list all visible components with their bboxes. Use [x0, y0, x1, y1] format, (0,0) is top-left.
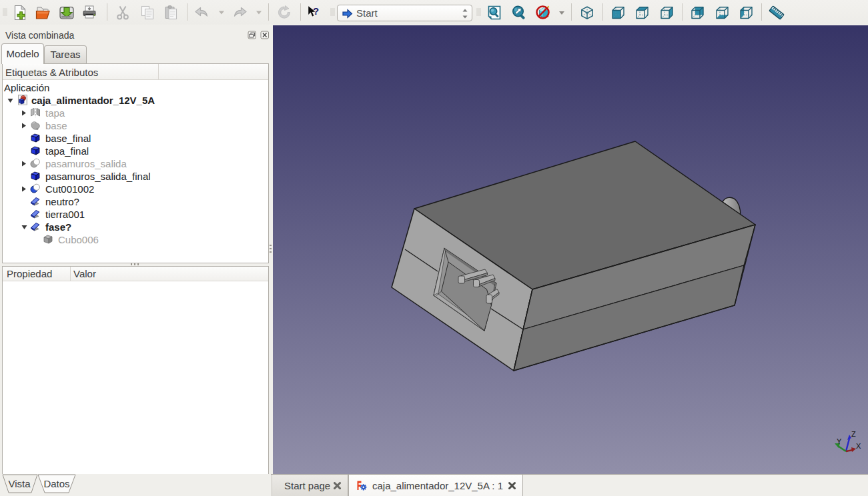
svg-text:?: ? [313, 5, 319, 17]
svg-text:Vista: Vista [8, 478, 31, 489]
svg-text:Datos: Datos [43, 478, 69, 489]
svg-text:Y: Y [837, 437, 842, 445]
svg-text:X: X [856, 442, 861, 450]
svg-text:Z: Z [851, 430, 856, 438]
